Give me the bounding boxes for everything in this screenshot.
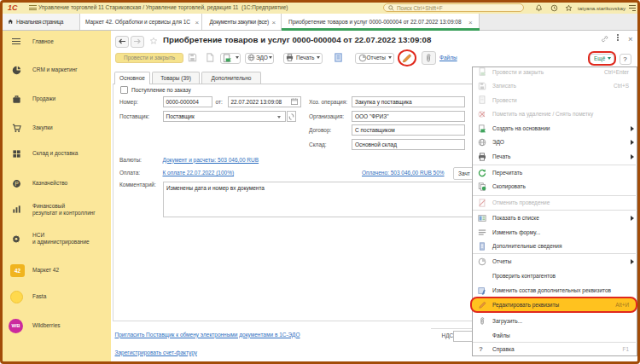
- svg-text:P: P: [15, 181, 19, 187]
